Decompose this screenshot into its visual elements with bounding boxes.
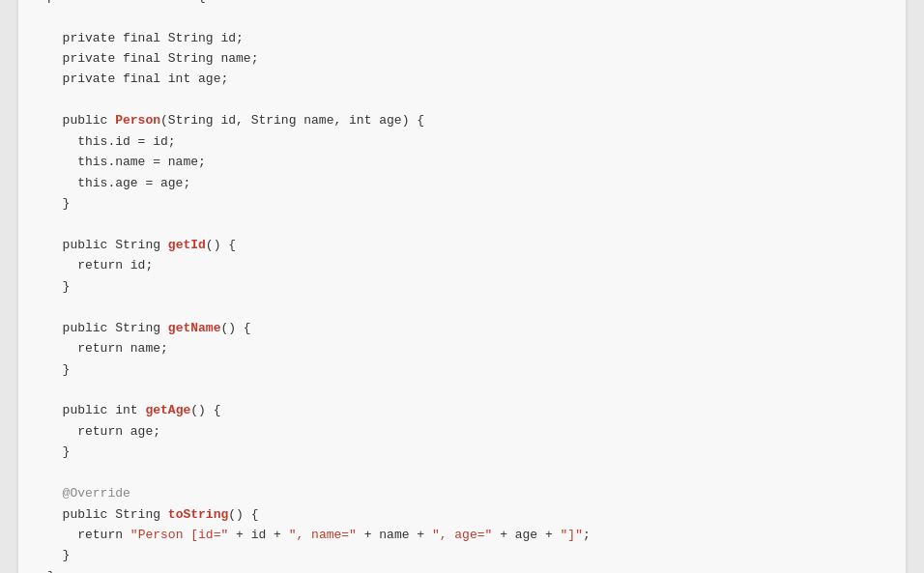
code-line: private final int age; — [47, 69, 877, 89]
code-line: } — [47, 359, 877, 380]
code-line: public String toString() { — [47, 504, 877, 525]
code-line — [47, 214, 877, 234]
code-text: return name; — [47, 341, 168, 356]
code-line: return "Person [id=" + id + ", name=" + … — [47, 525, 877, 545]
code-text: return age; — [47, 424, 160, 439]
code-text: public int — [47, 403, 145, 417]
code-text: public String — [47, 321, 168, 335]
code-text: public String — [47, 238, 168, 252]
code-line: } — [47, 193, 877, 214]
code-text: } — [47, 548, 70, 562]
code-text: return id; — [47, 258, 153, 272]
code-line — [47, 380, 877, 400]
code-line: public String getName() { — [47, 318, 877, 338]
code-text: ; — [583, 528, 591, 542]
code-text: this.name = name; — [47, 155, 206, 169]
method-name: getName — [168, 321, 221, 335]
code-text: return — [47, 528, 130, 542]
code-line — [47, 90, 877, 110]
code-line — [47, 7, 877, 27]
method-name: getId — [168, 238, 206, 252]
code-text: } — [47, 362, 70, 377]
code-line: public String getId() { — [47, 235, 877, 255]
string-literal: ", name=" — [289, 528, 357, 542]
code-text: } — [47, 444, 70, 459]
code-text: public String — [47, 507, 168, 522]
string-literal: ", age=" — [432, 528, 492, 542]
code-line: this.id = id; — [47, 131, 877, 152]
method-name: Person — [115, 113, 160, 128]
code-line — [47, 463, 877, 483]
code-text: public — [47, 113, 115, 128]
code-line: public class Person { — [47, 0, 877, 7]
code-text: (String id, String name, int age) { — [160, 113, 424, 128]
code-text: + name + — [357, 528, 432, 542]
code-line: private final String name; — [47, 48, 877, 69]
code-line: return name; — [47, 338, 877, 358]
code-text: this.id = id; — [47, 134, 176, 149]
code-line: public Person(String id, String name, in… — [47, 110, 877, 130]
method-name: getAge — [145, 403, 190, 417]
code-text: () { — [190, 403, 220, 417]
code-text: private final String name; — [47, 51, 258, 66]
code-line: return age; — [47, 421, 877, 442]
code-text: () { — [206, 238, 236, 252]
code-text: public class — [47, 0, 145, 4]
string-literal: "]" — [561, 528, 583, 542]
code-text: private final String id; — [47, 31, 244, 45]
code-line: this.name = name; — [47, 152, 877, 172]
code-line: } — [47, 276, 877, 297]
code-line: return id; — [47, 255, 877, 275]
method-name: toString — [168, 507, 228, 522]
code-text: } — [47, 569, 55, 573]
code-text: + id + — [228, 528, 288, 542]
code-panel: JAVA public class Person { private final… — [17, 0, 907, 573]
code-block: public class Person { private final Stri… — [47, 0, 877, 573]
code-text: } — [47, 279, 70, 294]
code-line: } — [47, 566, 877, 573]
code-line — [47, 297, 877, 317]
code-text: private final int age; — [47, 72, 228, 86]
code-text: Person { — [145, 0, 205, 4]
code-line: this.age = age; — [47, 173, 877, 193]
code-line: } — [47, 442, 877, 462]
code-line: } — [47, 545, 877, 565]
code-text: () { — [220, 321, 250, 335]
string-literal: "Person [id=" — [130, 528, 228, 542]
code-line: @Override — [47, 483, 877, 503]
code-line: public int getAge() { — [47, 400, 877, 420]
code-text: } — [47, 196, 70, 211]
code-text: this.age = age; — [47, 176, 190, 190]
code-text: () { — [228, 507, 258, 522]
annotation: @Override — [47, 486, 130, 501]
code-text: + age + — [492, 528, 560, 542]
code-line: private final String id; — [47, 28, 877, 48]
